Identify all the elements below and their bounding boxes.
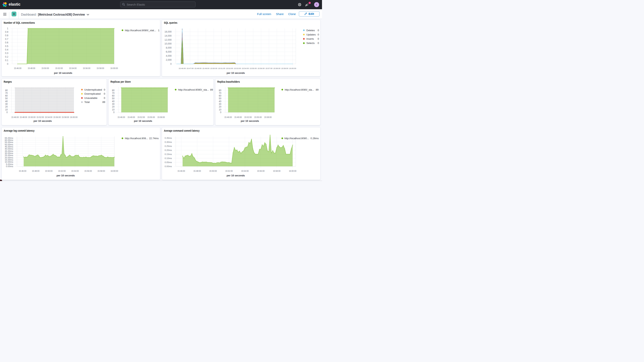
svg-text:15:55:00: 15:55:00: [250, 67, 257, 69]
svg-text:15:55:00: 15:55:00: [254, 116, 262, 118]
svg-text:0.10ms: 0.10ms: [165, 157, 172, 159]
svg-text:80: 80: [219, 89, 222, 92]
svg-text:10: 10: [5, 108, 8, 111]
svg-text:8,000: 8,000: [166, 46, 172, 49]
svg-text:per 10 seconds: per 10 seconds: [56, 174, 75, 177]
svg-text:15:55:00: 15:55:00: [147, 116, 155, 118]
svg-text:0.2: 0.2: [5, 55, 8, 58]
svg-text:16:00:00: 16:00:00: [289, 170, 296, 172]
svg-text:15:52:00: 15:52:00: [36, 116, 44, 118]
svg-text:Unavailable: Unavailable: [84, 96, 97, 99]
svg-text:0: 0: [220, 111, 221, 114]
svg-text:20: 20: [5, 106, 8, 108]
svg-text:6,000: 6,000: [166, 50, 172, 53]
svg-text:15:51:00: 15:51:00: [218, 67, 225, 69]
svg-text:89: 89: [210, 88, 213, 91]
svg-text:15:48:00: 15:48:00: [28, 67, 35, 69]
svg-text:15:50:00: 15:50:00: [210, 67, 217, 69]
svg-text:50: 50: [112, 97, 115, 100]
svg-text:89: 89: [102, 100, 105, 104]
svg-text:15:56:00: 15:56:00: [83, 67, 90, 69]
svg-text:20.00ms: 20.00ms: [5, 156, 13, 159]
svg-text:Average log commit latency: Average log commit latency: [4, 129, 35, 132]
svg-text:22.74ms: 22.74ms: [149, 137, 159, 140]
svg-text:0.00ms: 0.00ms: [165, 165, 172, 168]
svg-text:60: 60: [219, 94, 222, 97]
svg-text:15:53:00: 15:53:00: [234, 67, 241, 69]
svg-text:15:46:00: 15:46:00: [14, 67, 22, 69]
svg-text:20: 20: [112, 106, 115, 108]
svg-text:Ranges: Ranges: [4, 80, 12, 83]
svg-text:per 10 seconds: per 10 seconds: [226, 72, 245, 74]
svg-text:15:58:00: 15:58:00: [157, 116, 165, 118]
svg-text:0.25ms: 0.25ms: [165, 145, 172, 147]
svg-text:15:58:00: 15:58:00: [273, 170, 280, 172]
svg-text:50: 50: [219, 97, 222, 100]
svg-text:25.00ms: 25.00ms: [5, 154, 13, 156]
svg-text:15:57:00: 15:57:00: [265, 67, 272, 69]
svg-text:http://localhost:8080/_stat...: http://localhost:8080/_stat...: [125, 29, 156, 32]
svg-text:SQL queries: SQL queries: [164, 21, 178, 24]
svg-text:0.6: 0.6: [5, 41, 8, 44]
svg-text:15:48:00: 15:48:00: [194, 67, 202, 69]
svg-text:0: 0: [104, 96, 105, 99]
svg-text:70: 70: [219, 92, 222, 94]
svg-text:15:50:00: 15:50:00: [210, 170, 217, 172]
svg-text:15:54:00: 15:54:00: [69, 67, 76, 69]
svg-text:10.00ms: 10.00ms: [5, 161, 13, 163]
svg-text:15:50:00: 15:50:00: [42, 67, 49, 69]
svg-text:70: 70: [5, 92, 8, 94]
svg-text:4,000: 4,000: [166, 54, 172, 57]
svg-text:http://localhost:8080/_sta...: http://localhost:8080/_sta...: [178, 88, 209, 91]
svg-text:0.15ms: 0.15ms: [165, 153, 172, 155]
svg-text:15:46:00: 15:46:00: [118, 116, 125, 118]
svg-text:15:54:00: 15:54:00: [71, 170, 79, 172]
svg-text:14,000: 14,000: [164, 34, 172, 37]
svg-text:30: 30: [112, 103, 115, 106]
svg-text:16:00:00: 16:00:00: [70, 116, 78, 118]
svg-text:15:46:00: 15:46:00: [19, 170, 26, 172]
svg-text:0: 0: [7, 62, 8, 65]
svg-text:89: 89: [316, 88, 318, 91]
svg-text:60: 60: [112, 94, 115, 97]
svg-text:15:49:00: 15:49:00: [202, 67, 210, 69]
svg-text:15:56:00: 15:56:00: [84, 170, 92, 172]
svg-text:Number of SQL connections: Number of SQL connections: [4, 21, 35, 24]
svg-text:15:52:00: 15:52:00: [55, 67, 63, 69]
svg-text:0: 0: [318, 29, 319, 32]
svg-text:0.35ms: 0.35ms: [165, 137, 172, 139]
svg-text:0.05ms: 0.05ms: [165, 161, 172, 164]
svg-text:15:56:00: 15:56:00: [257, 170, 264, 172]
svg-text:15:46:00: 15:46:00: [178, 170, 185, 172]
svg-text:per 10 seconds: per 10 seconds: [241, 119, 259, 122]
svg-text:per 10 seconds: per 10 seconds: [54, 72, 72, 74]
svg-text:/: /: [36, 13, 37, 16]
svg-text:Selects: Selects: [306, 42, 315, 44]
svg-text:15:49:00: 15:49:00: [128, 116, 135, 118]
svg-text:1: 1: [158, 29, 160, 32]
svg-text:Replicas per Store: Replicas per Store: [110, 80, 131, 83]
svg-text:70: 70: [112, 92, 115, 94]
svg-text:Average command commit latency: Average command commit latency: [164, 129, 200, 132]
svg-text:2,000: 2,000: [166, 58, 172, 61]
svg-text:30: 30: [219, 103, 222, 106]
svg-text:0: 0: [318, 38, 319, 40]
svg-text:5.00ms: 5.00ms: [6, 163, 13, 165]
svg-text:30: 30: [5, 103, 8, 106]
svg-text:0.00ms: 0.00ms: [6, 165, 13, 168]
svg-text:16:00:00: 16:00:00: [111, 170, 118, 172]
svg-text:0: 0: [113, 111, 114, 114]
svg-text:55.00ms: 55.00ms: [5, 141, 13, 144]
svg-text:65.00ms: 65.00ms: [5, 137, 13, 139]
svg-text:15:59:00: 15:59:00: [281, 67, 288, 69]
svg-text:0: 0: [104, 88, 105, 91]
svg-text:40: 40: [112, 100, 115, 102]
svg-text:Underreplicated: Underreplicated: [84, 88, 102, 91]
svg-text:0: 0: [104, 92, 105, 95]
svg-text:15:58:00: 15:58:00: [273, 67, 280, 69]
svg-text:15:46:00: 15:46:00: [12, 116, 19, 118]
svg-text:Dashboard: Dashboard: [21, 13, 36, 16]
svg-text:0: 0: [170, 62, 172, 65]
svg-text:15:52:00: 15:52:00: [58, 170, 66, 172]
svg-text:15:47:00: 15:47:00: [186, 67, 194, 69]
